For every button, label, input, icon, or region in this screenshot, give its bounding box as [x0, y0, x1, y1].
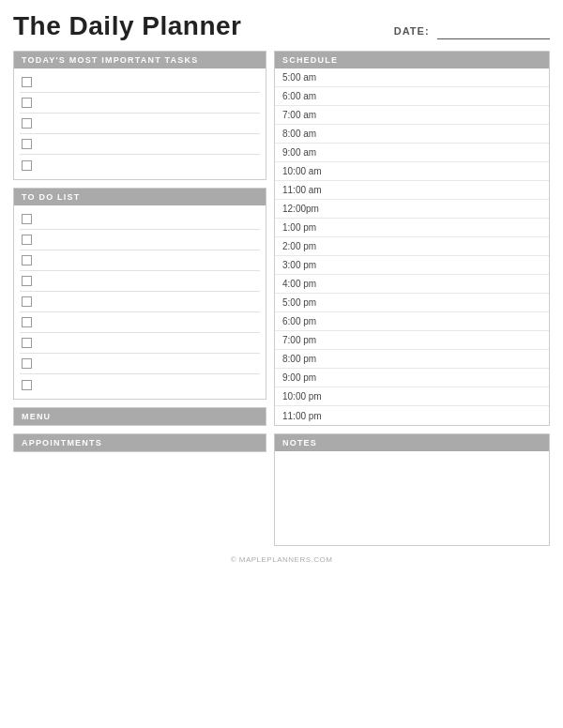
schedule-row: 1:00 pm	[275, 219, 549, 237]
task-row	[20, 72, 260, 93]
todo-row	[20, 230, 260, 250]
task-row	[20, 134, 260, 155]
schedule-row: 8:00 am	[275, 125, 549, 144]
checkbox[interactable]	[22, 235, 32, 245]
schedule-row: 10:00 pm	[275, 387, 549, 406]
checkbox[interactable]	[22, 296, 32, 307]
task-row	[20, 93, 260, 114]
important-tasks-header: TODAY'S MOST IMPORTANT TASKS	[14, 52, 266, 68]
checkbox[interactable]	[22, 98, 32, 108]
schedule-section: SCHEDULE 5:00 am6:00 am7:00 am8:00 am9:0…	[274, 51, 550, 426]
schedule-row: 5:00 am	[275, 68, 549, 87]
schedule-row: 4:00 pm	[275, 275, 549, 294]
checkbox[interactable]	[22, 255, 32, 265]
menu-header: MENU	[14, 408, 266, 425]
schedule-row: 3:00 pm	[275, 256, 549, 275]
todo-row	[20, 209, 260, 230]
todo-row	[20, 250, 260, 271]
notes-body	[275, 451, 549, 562]
schedule-row: 9:00 am	[275, 144, 549, 162]
notes-header: NOTES	[275, 434, 549, 451]
task-row	[20, 114, 260, 134]
schedule-row: 11:00 pm	[275, 406, 549, 425]
todo-row	[20, 271, 260, 292]
checkbox[interactable]	[22, 358, 32, 369]
schedule-row: 9:00 pm	[275, 369, 549, 387]
main-grid: TODAY'S MOST IMPORTANT TASKS TO DO LIST	[13, 51, 550, 546]
checkbox[interactable]	[22, 317, 32, 327]
task-row	[20, 155, 260, 175]
appointments-section: APPOINTMENTS	[13, 433, 266, 452]
todo-row	[20, 354, 260, 374]
schedule-row: 6:00 am	[275, 87, 549, 106]
checkbox[interactable]	[22, 118, 32, 129]
menu-section: MENU	[13, 407, 266, 426]
appointments-body	[14, 451, 266, 468]
checkbox[interactable]	[22, 77, 32, 87]
page-title: The Daily Planner	[13, 11, 241, 41]
schedule-row: 6:00 pm	[275, 312, 549, 331]
schedule-row: 2:00 pm	[275, 237, 549, 256]
schedule-row: 7:00 pm	[275, 331, 549, 350]
checkbox[interactable]	[22, 139, 32, 149]
notes-section: NOTES	[274, 433, 550, 546]
checkbox[interactable]	[22, 214, 32, 224]
todo-header: TO DO LIST	[14, 189, 266, 205]
right-column: SCHEDULE 5:00 am6:00 am7:00 am8:00 am9:0…	[274, 51, 550, 546]
todo-row	[20, 333, 260, 354]
date-area: DATE:	[394, 22, 550, 39]
todo-row	[20, 374, 260, 395]
date-input-line	[437, 22, 550, 39]
schedule-list: 5:00 am6:00 am7:00 am8:00 am9:00 am10:00…	[275, 68, 549, 425]
todo-section: TO DO LIST	[13, 188, 266, 400]
schedule-header: SCHEDULE	[275, 52, 549, 68]
page-header: The Daily Planner DATE:	[13, 11, 550, 41]
schedule-row: 10:00 am	[275, 162, 549, 181]
checkbox[interactable]	[22, 380, 32, 390]
schedule-row: 8:00 pm	[275, 350, 549, 369]
schedule-row: 7:00 am	[275, 106, 549, 125]
schedule-row: 12:00pm	[275, 200, 549, 219]
checkbox[interactable]	[22, 160, 32, 171]
todo-list	[14, 205, 266, 399]
date-label: DATE:	[394, 25, 430, 37]
appointments-header: APPOINTMENTS	[14, 434, 266, 451]
checkbox[interactable]	[22, 276, 32, 286]
important-tasks-section: TODAY'S MOST IMPORTANT TASKS	[13, 51, 266, 180]
footer-text: © MAPLEPLANNERS.COM	[231, 555, 333, 564]
todo-row	[20, 312, 260, 333]
important-tasks-list	[14, 68, 266, 179]
left-column: TODAY'S MOST IMPORTANT TASKS TO DO LIST	[13, 51, 266, 546]
schedule-row: 11:00 am	[275, 181, 549, 200]
todo-row	[20, 292, 260, 312]
schedule-row: 5:00 pm	[275, 294, 549, 312]
checkbox[interactable]	[22, 338, 32, 348]
